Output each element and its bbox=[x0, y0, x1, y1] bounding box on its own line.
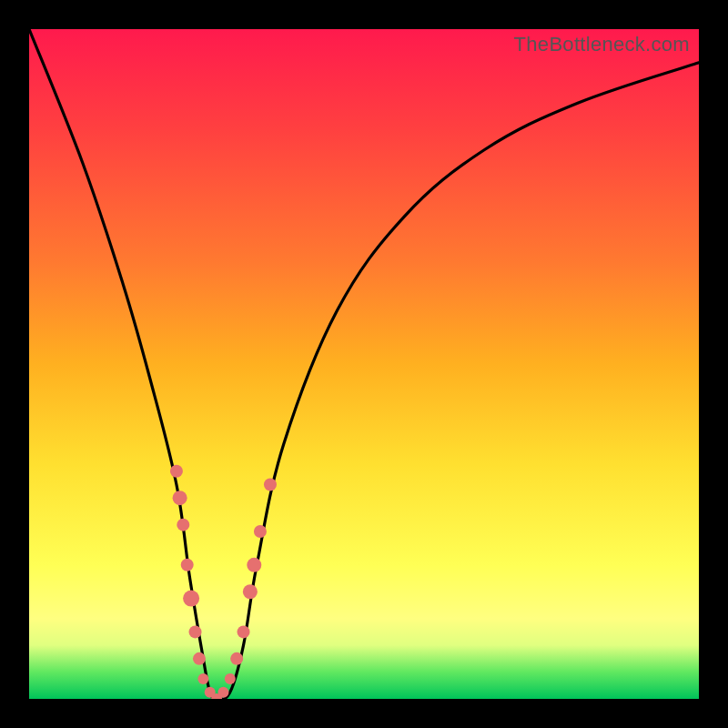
marker-group bbox=[170, 465, 277, 699]
data-point-marker bbox=[173, 490, 187, 505]
data-point-marker bbox=[217, 687, 228, 698]
data-point-marker bbox=[264, 478, 277, 490]
data-point-marker bbox=[238, 625, 250, 638]
data-point-marker bbox=[177, 519, 189, 531]
data-point-marker bbox=[183, 591, 199, 607]
bottleneck-curve-path bbox=[29, 29, 699, 699]
bottleneck-curve-svg bbox=[29, 29, 699, 699]
data-point-marker bbox=[181, 559, 194, 571]
data-point-marker bbox=[225, 673, 236, 684]
data-point-marker bbox=[189, 625, 202, 638]
data-point-marker bbox=[254, 525, 267, 538]
data-point-marker bbox=[170, 465, 183, 478]
data-point-marker bbox=[230, 652, 243, 665]
data-point-marker bbox=[193, 652, 206, 665]
data-point-marker bbox=[243, 584, 258, 599]
data-point-marker bbox=[197, 673, 208, 684]
chart-plot-area: TheBottleneck.com bbox=[29, 29, 699, 699]
watermark-text: TheBottleneck.com bbox=[514, 33, 690, 56]
data-point-marker bbox=[247, 558, 261, 572]
